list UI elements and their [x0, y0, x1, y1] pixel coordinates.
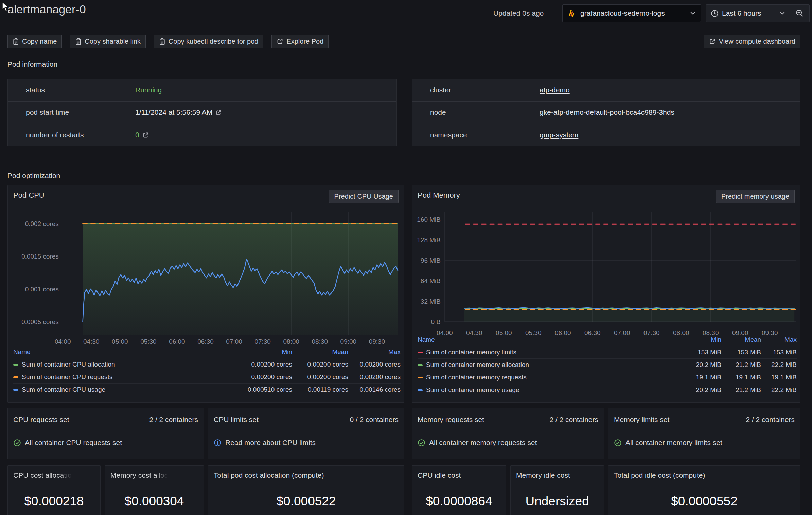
cpu-limits-card: CPU limits set 0 / 2 containers Read mor… — [208, 408, 404, 459]
cluster-label: cluster — [430, 86, 451, 94]
view-compute-dashboard-label: View compute dashboard — [719, 38, 795, 46]
copy-name-label: Copy name — [22, 38, 57, 46]
restarts-count: 0 — [135, 131, 139, 139]
legend-max: 153 MiB — [761, 349, 797, 356]
namespace-link[interactable]: gmp-system — [540, 131, 578, 139]
legend-header-name[interactable]: Name — [418, 336, 681, 343]
copy-sharable-link-label: Copy sharable link — [85, 38, 141, 46]
legend-row: Sum of container CPU usage0.000510 cores… — [13, 384, 401, 396]
node-label: node — [430, 108, 446, 117]
zoom-out-button[interactable] — [790, 5, 809, 22]
x-axis-tick-label: 04:30 — [83, 338, 99, 345]
status-value: Running — [135, 86, 162, 94]
legend-mean: 21.2 MiB — [721, 386, 761, 394]
x-axis-tick-label: 04:00 — [55, 338, 71, 345]
series-color-swatch — [13, 389, 18, 391]
legend-series-name[interactable]: Sum of container memory limits — [418, 349, 681, 356]
legend-mean: 0.00119 cores — [292, 386, 348, 393]
legend-header-mean[interactable]: Mean — [721, 336, 761, 343]
check-circle-icon — [418, 439, 425, 447]
card-count: 0 / 2 containers — [350, 415, 399, 424]
legend-row: Sum of container memory limits153 MiB153… — [418, 346, 797, 359]
y-axis-tick-label: 32 MiB — [421, 298, 441, 305]
stat-title: CPU cost allocatio — [13, 471, 72, 479]
node-link[interactable]: gke-atp-demo-default-pool-bca4c989-3hds — [540, 108, 674, 117]
x-axis-tick-label: 09:00 — [340, 338, 356, 345]
legend-min: 20.2 MiB — [681, 386, 721, 394]
cpu-legend: NameMinMeanMaxSum of container CPU alloc… — [13, 346, 401, 396]
legend-min: 19.1 MiB — [681, 374, 721, 381]
external-link-icon — [142, 132, 149, 138]
datasource-picker[interactable]: grafanacloud-sedemo-logs — [562, 4, 701, 22]
table-row: namespace gmp-system — [412, 124, 800, 146]
clock-icon — [711, 10, 719, 17]
pod-info-table-left: status Running pod start time 1/11/2024 … — [7, 79, 397, 146]
table-row: cluster atp-demo — [412, 79, 800, 102]
info-circle-icon — [214, 439, 222, 447]
card-count: 2 / 2 containers — [149, 415, 198, 424]
clipboard-icon — [75, 38, 82, 45]
legend-header-name[interactable]: Name — [13, 348, 233, 356]
copy-name-button[interactable]: Copy name — [7, 35, 62, 48]
explore-pod-label: Explore Pod — [286, 38, 323, 46]
x-axis-tick-label: 09:30 — [369, 338, 385, 345]
copy-kubectl-describe-label: Copy kubectl describe for pod — [169, 38, 259, 46]
x-axis-tick-label: 05:00 — [112, 338, 128, 345]
pod-start-time-value[interactable]: 1/11/2024 at 5:56:59 AM — [135, 108, 222, 117]
pod-memory-panel: Pod Memory Predict memory usage 04:0004:… — [412, 185, 800, 403]
time-range-picker[interactable]: Last 6 hours — [706, 5, 790, 22]
legend-mean: 0.00200 cores — [292, 373, 348, 381]
legend-min: 0.000510 cores — [233, 386, 292, 393]
series-color-swatch — [418, 364, 423, 366]
legend-series-name[interactable]: Sum of container CPU requests — [13, 373, 233, 381]
legend-header-min[interactable]: Min — [681, 336, 721, 343]
legend-header-mean[interactable]: Mean — [292, 348, 348, 356]
pod-info-table-right: cluster atp-demo node gke-atp-demo-defau… — [412, 79, 800, 146]
series-color-swatch — [418, 377, 423, 378]
x-axis-tick-label: 06:00 — [169, 338, 185, 345]
stat-title: CPU idle cost — [418, 471, 461, 479]
view-compute-dashboard-button[interactable]: View compute dashboard — [704, 35, 800, 48]
card-title: Memory limits set — [614, 415, 669, 424]
table-row: pod start time 1/11/2024 at 5:56:59 AM — [8, 102, 396, 124]
read-more-cpu-limits-link[interactable]: Read more about CPU limits — [225, 439, 316, 447]
card-message: All container CPU requests set — [25, 439, 122, 447]
legend-header-max[interactable]: Max — [348, 348, 401, 356]
legend-series-name[interactable]: Sum of container memory requests — [418, 374, 681, 381]
legend-series-name[interactable]: Sum of container memory usage — [418, 386, 681, 394]
x-axis-tick-label: 08:30 — [312, 338, 328, 345]
legend-row: Sum of container memory usage20.2 MiB21.… — [418, 384, 797, 396]
legend-header-max[interactable]: Max — [761, 336, 797, 343]
legend-header-min[interactable]: Min — [233, 348, 292, 356]
legend-mean: 0.00200 cores — [292, 361, 348, 368]
chevron-down-icon — [690, 10, 696, 16]
restarts-value[interactable]: 0 — [135, 131, 149, 139]
cluster-link[interactable]: atp-demo — [540, 86, 570, 94]
explore-pod-button[interactable]: Explore Pod — [271, 35, 329, 48]
total-pod-cost-allocation-card: Total pod cost allocation (compute) $0.0… — [208, 465, 404, 515]
check-circle-icon — [13, 439, 21, 447]
cpu-requests-card: CPU requests set 2 / 2 containers All co… — [7, 408, 204, 459]
mem-legend: NameMinMeanMaxSum of container memory li… — [418, 334, 797, 396]
legend-row: Sum of container memory requests19.1 MiB… — [418, 371, 797, 384]
status-label: status — [26, 86, 45, 94]
memory-cost-allocation-card: Memory cost alloc $0.000304 — [105, 465, 204, 515]
legend-series-name[interactable]: Sum of container memory allocation — [418, 361, 681, 369]
series-color-swatch — [13, 376, 18, 378]
stat-value: $0.0000552 — [608, 494, 800, 509]
legend-series-name[interactable]: Sum of container CPU usage — [13, 386, 233, 393]
stat-value: Undersized — [511, 494, 604, 509]
card-title: CPU requests set — [13, 415, 69, 424]
table-row: number of restarts 0 — [8, 124, 396, 146]
y-axis-tick-label: 0.002 cores — [25, 220, 59, 227]
cpu-idle-cost-card: CPU idle cost $0.0000864 — [412, 465, 506, 515]
legend-series-name[interactable]: Sum of container CPU allocation — [13, 361, 233, 368]
table-row: node gke-atp-demo-default-pool-bca4c989-… — [412, 102, 800, 124]
x-axis-tick-label: 06:30 — [197, 338, 213, 345]
copy-kubectl-describe-button[interactable]: Copy kubectl describe for pod — [154, 35, 264, 48]
card-count: 2 / 2 containers — [746, 415, 795, 424]
copy-sharable-link-button[interactable]: Copy sharable link — [70, 35, 146, 48]
card-message: All container memory requests set — [429, 439, 537, 447]
legend-mean: 153 MiB — [721, 349, 761, 356]
memory-idle-cost-card: Memory idle cost Undersized — [510, 465, 604, 515]
